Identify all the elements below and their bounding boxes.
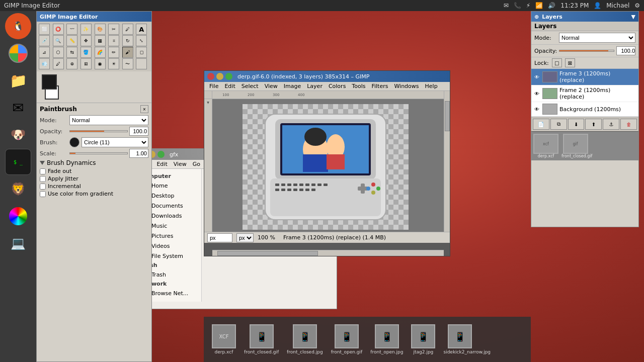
gimp-menu-edit[interactable]: Edit [221, 82, 238, 90]
gimp-menu-image[interactable]: Image [281, 82, 304, 90]
layers-opacity-slider[interactable] [559, 50, 614, 52]
layers-panel-close[interactable]: ▼ [631, 14, 635, 20]
pencil-tool[interactable]: ✏ [108, 47, 119, 58]
gimp-menu-file[interactable]: File [206, 82, 221, 90]
thumb-jtag2[interactable]: 📱 jtag2.jpg [411, 324, 435, 354]
layers-opacity-value[interactable] [616, 46, 635, 55]
paintbrush-close-btn[interactable]: × [140, 105, 148, 113]
gimp-close-btn[interactable] [207, 73, 214, 80]
layers-mode-select[interactable]: Normal Dissolve [559, 33, 635, 43]
menu-view[interactable]: View [171, 160, 190, 168]
fade-out-checkbox[interactable] [40, 168, 46, 174]
unit-input[interactable] [207, 233, 232, 242]
gimp-min-btn[interactable] [216, 73, 223, 80]
gimp-menu-help[interactable]: Help [422, 82, 441, 90]
paintbrush-tool[interactable]: 🖌 [122, 47, 133, 58]
move-tool[interactable]: ✥ [80, 35, 92, 46]
bucket-fill-tool[interactable]: 🪣 [80, 47, 92, 58]
gimp-menu-layer[interactable]: Layer [304, 82, 326, 90]
zoom-tool[interactable]: 🔍 [53, 35, 64, 46]
table-row[interactable]: 👁 Background (1200ms) [531, 102, 638, 117]
unit-select[interactable]: px [236, 233, 254, 242]
dock-item-gimp[interactable]: 🐶 [5, 122, 31, 148]
clone-tool[interactable]: ⊞ [80, 58, 92, 69]
fg-color-swatch[interactable] [42, 74, 57, 89]
scroll-vertical[interactable] [444, 91, 450, 232]
heal-tool[interactable]: ⊕ [66, 58, 77, 69]
layer-vis-3[interactable]: 👁 [533, 106, 540, 113]
shear-tool[interactable]: ⊿ [39, 47, 50, 58]
lock-alpha-btn[interactable]: ⊠ [565, 58, 575, 67]
thumb-front-open-jpg[interactable]: 📱 front_open.jpg [370, 324, 403, 354]
eraser-tool[interactable]: ◻ [136, 47, 147, 58]
dock-item-ubuntu[interactable]: 🐧 [5, 13, 31, 39]
dock-item-app1[interactable]: 🦁 [5, 176, 31, 202]
scroll-horizontal[interactable] [212, 250, 444, 256]
fuzzy-select-tool[interactable]: ✨ [80, 24, 92, 35]
rect-select-tool[interactable]: ⬜ [39, 24, 50, 35]
scale-slider[interactable] [69, 152, 128, 154]
menu-edit[interactable]: Edit [153, 160, 170, 168]
dock-item-colors[interactable] [5, 203, 31, 229]
rotate-tool[interactable]: ↻ [122, 35, 133, 46]
thumb-front-closed-gif[interactable]: 📱 front_closed.gif [244, 324, 279, 354]
menu-go[interactable]: Go [190, 160, 203, 168]
gimp-menu-filters[interactable]: Filters [368, 82, 391, 90]
table-row[interactable]: 👁 Frame 3 (1200ms) (replace) [531, 69, 638, 85]
anchor-layer-btn[interactable]: ⚓ [603, 119, 619, 130]
brush-select[interactable]: Circle (11) [82, 137, 148, 147]
text-tool[interactable]: A [136, 24, 147, 35]
dock-item-files[interactable]: 📁 [5, 67, 31, 94]
mode-select[interactable]: Normal Dissolve [69, 115, 148, 125]
layer-vis-1[interactable]: 👁 [533, 73, 540, 80]
flip-tool[interactable]: ⇆ [66, 47, 77, 58]
canvas-wrapper[interactable] [212, 99, 444, 232]
color-picker-tool[interactable]: 💉 [39, 35, 50, 46]
dock-item-terminal[interactable]: $ _ [5, 149, 31, 175]
thumb-derp-xcf[interactable]: XCF derp.xcf [212, 324, 236, 354]
dynamics-expand-icon[interactable] [40, 161, 45, 165]
thumb-item-1[interactable]: xcf derp.xcf [533, 134, 558, 158]
scale-tool[interactable]: ⤡ [136, 35, 147, 46]
blend-tool[interactable]: 🌈 [95, 47, 106, 58]
opacity-slider[interactable] [69, 130, 128, 132]
layer-vis-2[interactable]: 👁 [533, 90, 540, 97]
gimp-menu-view[interactable]: View [262, 82, 281, 90]
thumb-front-open-gif[interactable]: 📱 front_open.gif [331, 324, 363, 354]
opacity-value[interactable]: 100.0 [129, 127, 148, 136]
brush-preview[interactable] [69, 137, 79, 147]
ellipse-select-tool[interactable]: ⭕ [53, 24, 64, 35]
paths-tool[interactable]: 🖊 [122, 24, 133, 35]
measure-tool[interactable]: 📏 [66, 35, 77, 46]
airbrush-tool[interactable]: 💨 [39, 58, 50, 69]
scissors-tool[interactable]: ✂ [108, 24, 119, 35]
move-layer-down-btn[interactable]: ⬇ [568, 119, 585, 130]
table-row[interactable]: 👁 Frame 2 (1200ms) (replace) [531, 85, 638, 102]
move-layer-up-btn[interactable]: ⬆ [585, 119, 602, 130]
new-layer-btn[interactable]: 📄 [533, 119, 549, 130]
blur-tool[interactable]: ◉ [95, 58, 106, 69]
dock-item-app2[interactable]: 💻 [5, 230, 31, 256]
dodge-tool[interactable]: ☀ [108, 58, 119, 69]
file-manager-max-btn[interactable] [157, 151, 165, 158]
duplicate-layer-btn[interactable]: ⧉ [550, 119, 567, 130]
thumb-sidekick2[interactable]: 📱 sidekick2_narrow.jpg [443, 324, 476, 354]
gimp-max-btn[interactable] [225, 73, 232, 80]
ink-tool[interactable]: 🖊 [53, 58, 64, 69]
lasso-tool[interactable]: 〰 [66, 24, 77, 35]
gimp-menu-tools[interactable]: Tools [349, 82, 368, 90]
use-gradient-checkbox[interactable] [40, 191, 46, 197]
thumb-front-closed-jpg[interactable]: 📱 front_closed.jpg [287, 324, 323, 354]
incremental-checkbox[interactable] [40, 184, 46, 190]
align-tool[interactable]: ▦ [95, 35, 106, 46]
color-select-tool[interactable]: 🎨 [95, 24, 106, 35]
perspective-tool[interactable]: ⬡ [53, 47, 64, 58]
dock-item-browser[interactable] [5, 40, 31, 66]
lock-pixels-btn[interactable]: □ [552, 58, 562, 67]
thumb-item-2[interactable]: gif front_closed.gif [561, 134, 589, 158]
crop-tool[interactable]: ⌗ [108, 35, 119, 46]
gimp-menu-windows[interactable]: Windows [391, 82, 422, 90]
apply-jitter-checkbox[interactable] [40, 176, 46, 182]
delete-layer-btn[interactable]: 🗑 [620, 119, 637, 130]
smudge-tool[interactable]: 〜 [122, 58, 133, 69]
